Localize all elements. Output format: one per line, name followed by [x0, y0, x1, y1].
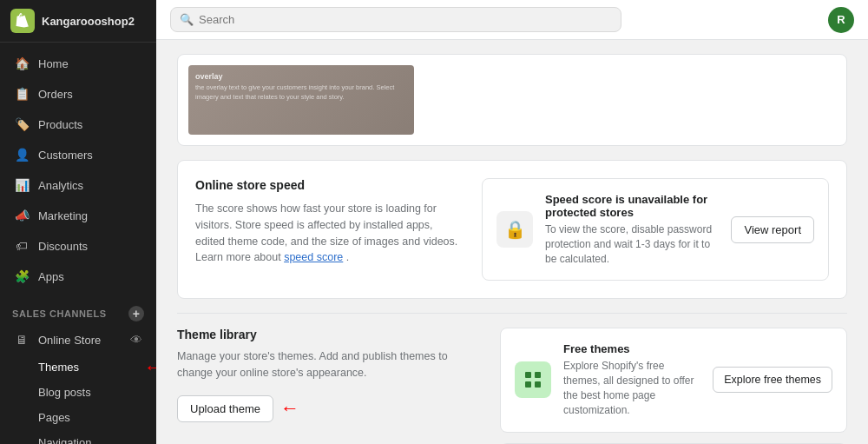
apps-icon: 🧩 — [14, 268, 30, 284]
analytics-icon: 📊 — [14, 177, 30, 193]
sidebar-item-customers-label: Customers — [38, 149, 93, 162]
svg-rect-0 — [525, 372, 531, 378]
main-area: 🔍 R overlay the overlay text to give you… — [156, 0, 868, 444]
content-area: overlay the overlay text to give your cu… — [156, 40, 868, 444]
theme-library-section: Theme library Manage your store's themes… — [177, 328, 847, 444]
sidebar-item-apps-label: Apps — [38, 270, 64, 283]
speed-title: Online store speed — [195, 178, 464, 192]
topbar: 🔍 R — [156, 0, 868, 40]
sidebar-item-navigation-label: Navigation — [38, 436, 91, 444]
search-input[interactable] — [199, 13, 612, 26]
sidebar-item-analytics[interactable]: 📊 Analytics — [3, 170, 153, 200]
svg-rect-3 — [535, 381, 541, 388]
sidebar-item-home[interactable]: 🏠 Home — [3, 49, 153, 78]
sidebar-item-pages-label: Pages — [38, 411, 70, 424]
sidebar-item-orders-label: Orders — [38, 88, 73, 101]
sidebar-item-products[interactable]: 🏷️ Products — [3, 109, 153, 139]
sidebar-item-discounts[interactable]: 🏷 Discounts — [3, 231, 153, 261]
free-themes-title: Free themes — [563, 342, 700, 355]
themes-arrow-indicator: ← — [144, 356, 156, 379]
sidebar-item-products-label: Products — [38, 118, 82, 131]
lock-icon: 🔒 — [496, 211, 533, 248]
svg-rect-2 — [525, 381, 531, 388]
sidebar-item-blog-posts-label: Blog posts — [38, 386, 91, 399]
speed-score-link[interactable]: speed score — [284, 251, 343, 263]
sidebar-item-themes[interactable]: Themes — [3, 355, 89, 379]
speed-section: Online store speed The score shows how f… — [177, 160, 847, 299]
speed-description: The score shows how fast your store is l… — [195, 201, 464, 266]
overlay-description: the overlay text to give your customers … — [195, 83, 407, 102]
avatar: R — [828, 7, 854, 33]
svg-rect-1 — [535, 372, 541, 378]
sidebar: Kangaroooshop2 🏠 Home 📋 Orders 🏷️ Produc… — [0, 0, 156, 444]
online-store-icon: 🖥 — [14, 332, 30, 348]
online-store-label: Online Store — [38, 334, 101, 347]
orders-icon: 📋 — [14, 86, 30, 102]
theme-library-title: Theme library — [177, 328, 486, 341]
speed-card-desc: To view the score, disable password prot… — [545, 222, 719, 266]
sidebar-item-analytics-label: Analytics — [38, 179, 83, 192]
theme-cards: Free themes Explore Shopify's free theme… — [500, 328, 847, 444]
speed-card: 🔒 Speed score is unavailable for protect… — [482, 178, 829, 281]
sidebar-item-marketing[interactable]: 📣 Marketing — [3, 201, 153, 230]
customers-icon: 👤 — [14, 147, 30, 162]
sales-channels-header: SALES CHANNELS + — [0, 297, 156, 325]
marketing-icon: 📣 — [14, 208, 30, 223]
eye-icon: 👁 — [130, 333, 142, 347]
sidebar-header: Kangaroooshop2 — [0, 0, 156, 43]
sidebar-item-marketing-label: Marketing — [38, 209, 88, 222]
theme-preview-section: overlay the overlay text to give your cu… — [177, 54, 847, 146]
sidebar-item-pages[interactable]: Pages — [3, 406, 153, 429]
products-icon: 🏷️ — [14, 116, 30, 132]
upload-theme-button[interactable]: Upload theme — [177, 395, 273, 422]
overlay-title: overlay — [195, 72, 407, 81]
sidebar-item-orders[interactable]: 📋 Orders — [3, 79, 153, 109]
sidebar-item-discounts-label: Discounts — [38, 240, 88, 253]
theme-library-description: Manage your store's themes. Add and publ… — [177, 348, 486, 381]
upload-arrow-indicator: ← — [280, 397, 299, 420]
section-divider — [177, 313, 847, 314]
discounts-icon: 🏷 — [14, 238, 30, 254]
speed-card-title: Speed score is unavailable for protected… — [545, 193, 719, 219]
free-themes-card: Free themes Explore Shopify's free theme… — [500, 328, 847, 432]
sidebar-item-home-label: Home — [38, 57, 69, 70]
shopify-logo-icon — [10, 9, 35, 33]
sidebar-item-navigation[interactable]: Navigation — [3, 431, 153, 444]
free-themes-desc: Explore Shopify's free themes, all desig… — [563, 359, 700, 417]
view-report-button[interactable]: View report — [731, 216, 814, 243]
theme-preview-overlay: overlay the overlay text to give your cu… — [188, 65, 414, 135]
shop-name: Kangaroooshop2 — [42, 15, 135, 28]
explore-free-themes-button[interactable]: Explore free themes — [713, 367, 832, 393]
sidebar-item-online-store[interactable]: 🖥 Online Store 👁 — [3, 326, 153, 354]
home-icon: 🏠 — [14, 56, 30, 71]
add-sales-channel-button[interactable]: + — [128, 306, 144, 321]
search-bar[interactable]: 🔍 — [170, 7, 621, 32]
search-icon: 🔍 — [180, 13, 194, 26]
sidebar-item-apps[interactable]: 🧩 Apps — [3, 262, 153, 291]
sidebar-item-customers[interactable]: 👤 Customers — [3, 140, 153, 169]
free-themes-icon — [515, 361, 551, 398]
sidebar-item-themes-label: Themes — [38, 361, 79, 374]
sidebar-item-blog-posts[interactable]: Blog posts — [3, 381, 153, 404]
